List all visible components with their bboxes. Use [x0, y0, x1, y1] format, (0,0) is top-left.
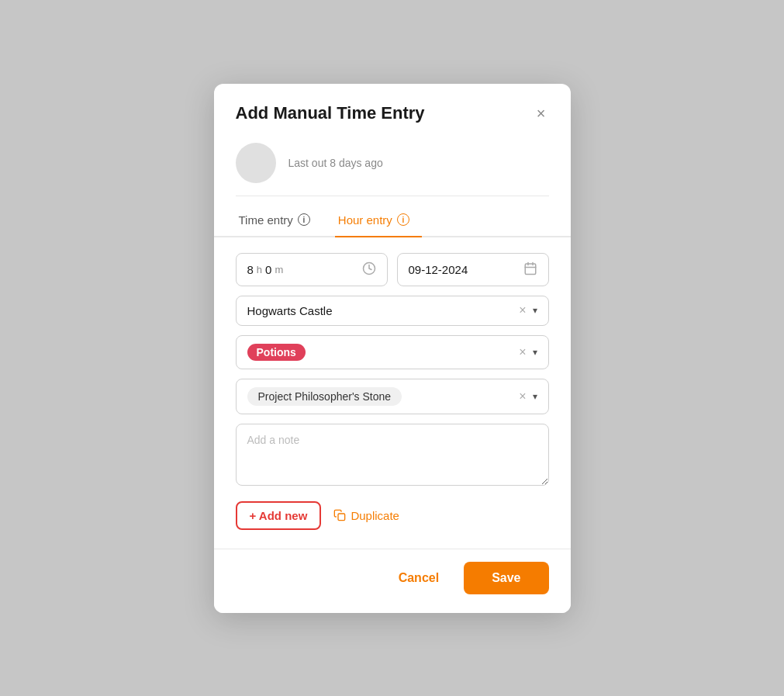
tab-time-entry-label: Time entry — [239, 213, 293, 227]
minutes-unit: m — [275, 264, 283, 275]
duplicate-icon — [333, 509, 346, 521]
location-dropdown-icon: ▾ — [533, 305, 537, 316]
last-out-text: Last out 8 days ago — [288, 157, 383, 169]
hour-entry-info-icon: i — [397, 213, 409, 226]
svg-rect-5 — [338, 514, 345, 521]
tag-clear-icon[interactable]: × — [519, 346, 526, 358]
project-clear-icon[interactable]: × — [519, 390, 526, 403]
location-clear-icon[interactable]: × — [519, 304, 526, 317]
tag-dropdown-icon: ▾ — [533, 347, 537, 358]
duplicate-button[interactable]: Duplicate — [333, 509, 399, 522]
time-entry-info-icon: i — [298, 213, 310, 226]
modal: Add Manual Time Entry × Last out 8 days … — [214, 84, 571, 613]
date-input-box[interactable]: 09-12-2024 — [397, 253, 549, 286]
user-info-row: Last out 8 days ago — [214, 137, 571, 196]
tag-pill: Potions — [247, 344, 306, 361]
modal-footer: Cancel Save — [214, 549, 571, 613]
tabs-row: Time entry i Hour entry i — [214, 203, 571, 237]
note-textarea[interactable] — [236, 424, 549, 486]
actions-row: + Add new Duplicate — [236, 495, 549, 533]
modal-body: 8 h 0 m 09-12-2024 — [214, 237, 571, 549]
date-value: 09-12-2024 — [409, 263, 468, 276]
minutes-value: 0 — [265, 263, 271, 276]
clock-icon — [362, 261, 376, 278]
project-pill: Project Philosopher's Stone — [247, 387, 402, 406]
calendar-icon — [523, 261, 537, 278]
tab-hour-entry[interactable]: Hour entry i — [335, 203, 422, 236]
svg-rect-1 — [525, 264, 536, 275]
tab-time-entry[interactable]: Time entry i — [236, 203, 323, 236]
tab-hour-entry-label: Hour entry — [338, 213, 392, 227]
close-button[interactable]: × — [534, 102, 549, 124]
avatar — [236, 143, 276, 183]
project-dropdown-icon: ▾ — [533, 391, 537, 402]
divider — [236, 196, 549, 196]
project-select[interactable]: Project Philosopher's Stone × ▾ — [236, 379, 549, 414]
cancel-button[interactable]: Cancel — [386, 563, 451, 593]
modal-title: Add Manual Time Entry — [236, 103, 425, 123]
location-select[interactable]: Hogwarts Castle × ▾ — [236, 296, 549, 326]
tag-select[interactable]: Potions × ▾ — [236, 335, 549, 369]
add-new-button[interactable]: + Add new — [236, 501, 322, 530]
duplicate-label: Duplicate — [351, 509, 399, 522]
modal-header: Add Manual Time Entry × — [214, 84, 571, 137]
modal-overlay: Add Manual Time Entry × Last out 8 days … — [0, 0, 784, 696]
hours-unit: h — [257, 264, 262, 275]
hours-value: 8 — [247, 263, 254, 276]
location-value: Hogwarts Castle — [247, 304, 513, 317]
save-button[interactable]: Save — [464, 562, 548, 594]
time-input-box[interactable]: 8 h 0 m — [236, 253, 388, 286]
time-date-row: 8 h 0 m 09-12-2024 — [236, 253, 549, 286]
